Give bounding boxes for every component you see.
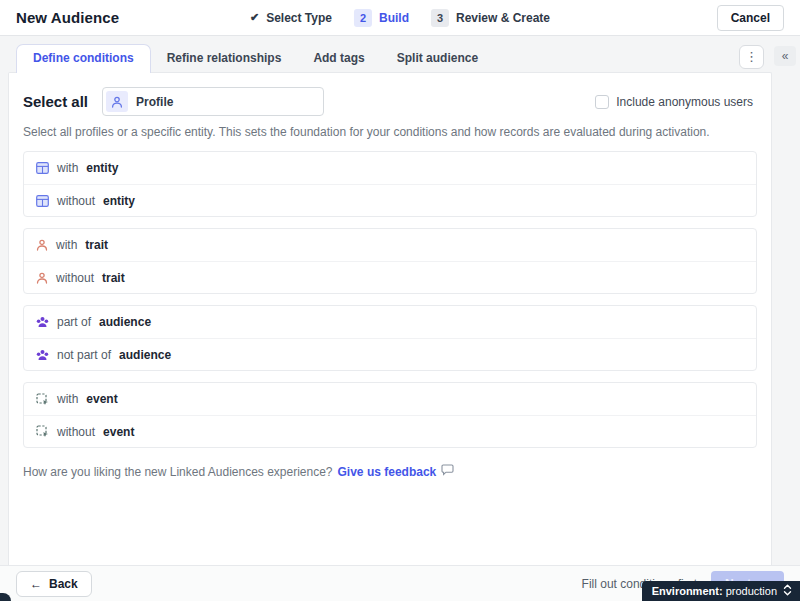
condition-with-entity[interactable]: with entity [24, 152, 756, 184]
condition-term: trait [102, 271, 125, 285]
trait-condition-group: with trait without trait [23, 228, 757, 294]
tab-refine-relationships[interactable]: Refine relationships [151, 45, 298, 72]
step-build[interactable]: 2 Build [354, 9, 409, 27]
back-button[interactable]: ← Back [16, 571, 92, 597]
step-label: Review & Create [456, 11, 550, 25]
condition-without-entity[interactable]: without entity [24, 184, 756, 216]
step-number-badge: 3 [431, 9, 449, 27]
builder-tabs: Define conditions Refine relationships A… [8, 46, 772, 72]
back-button-label: Back [49, 577, 78, 591]
include-anonymous-label: Include anonymous users [616, 95, 753, 109]
event-condition-group: with event without event [23, 382, 757, 448]
environment-switcher[interactable]: Environment: production [642, 581, 800, 601]
condition-term: audience [99, 315, 151, 329]
page-header: New Audience ✔ Select Type 2 Build 3 Rev… [0, 0, 800, 36]
condition-prefix: with [57, 392, 78, 406]
select-all-label: Select all [23, 93, 88, 110]
condition-prefix: without [56, 271, 94, 285]
include-anonymous-checkbox[interactable] [595, 95, 609, 109]
audience-people-icon [36, 316, 49, 328]
condition-prefix: not part of [57, 348, 111, 362]
entity-table-icon [36, 162, 49, 174]
condition-term: entity [86, 161, 118, 175]
select-all-row: Select all Profile Include anonymous use… [17, 87, 763, 116]
step-label: Build [379, 11, 409, 25]
step-number-badge: 2 [354, 9, 372, 27]
condition-without-event[interactable]: without event [24, 415, 756, 447]
event-cursor-icon [36, 425, 49, 438]
condition-prefix: with [57, 161, 78, 175]
condition-part-of-audience[interactable]: part of audience [24, 306, 756, 338]
trait-person-icon [36, 239, 48, 251]
entity-selector-value: Profile [136, 95, 173, 109]
more-options-button[interactable]: ⋮ [739, 45, 764, 69]
tab-define-conditions[interactable]: Define conditions [16, 44, 151, 73]
condition-term: audience [119, 348, 171, 362]
select-all-description: Select all profiles or a specific entity… [23, 125, 763, 139]
trait-person-icon [36, 272, 48, 284]
condition-term: entity [103, 194, 135, 208]
feedback-text: How are you liking the new Linked Audien… [23, 465, 333, 479]
collapse-panel-button[interactable]: « [774, 46, 796, 66]
page-title: New Audience [16, 9, 119, 26]
environment-label: Environment: [652, 585, 723, 597]
condition-with-event[interactable]: with event [24, 383, 756, 415]
condition-not-part-of-audience[interactable]: not part of audience [24, 338, 756, 370]
condition-prefix: without [57, 194, 95, 208]
condition-groups: with entity without entity with [23, 151, 757, 448]
step-review-create[interactable]: 3 Review & Create [431, 9, 550, 27]
condition-with-trait[interactable]: with trait [24, 229, 756, 261]
tab-split-audience[interactable]: Split audience [381, 45, 494, 72]
conditions-card: Select all Profile Include anonymous use… [8, 72, 772, 565]
wizard-stepper: ✔ Select Type 2 Build 3 Review & Create [250, 0, 550, 35]
speech-bubble-icon [441, 464, 454, 479]
entity-table-icon [36, 195, 49, 207]
chevron-up-down-icon [783, 584, 792, 598]
event-cursor-icon [36, 393, 49, 406]
condition-without-trait[interactable]: without trait [24, 261, 756, 293]
audience-condition-group: part of audience not part of audience [23, 305, 757, 371]
cancel-button[interactable]: Cancel [717, 5, 784, 31]
condition-term: trait [85, 238, 108, 252]
profile-person-icon [106, 91, 128, 112]
double-chevron-left-icon: « [782, 49, 789, 63]
condition-term: event [103, 425, 134, 439]
step-label: Select Type [266, 11, 332, 25]
check-icon: ✔ [250, 11, 259, 24]
step-select-type[interactable]: ✔ Select Type [250, 11, 332, 25]
environment-value: production [726, 585, 777, 597]
condition-prefix: with [56, 238, 77, 252]
audience-people-icon [36, 349, 49, 361]
entity-condition-group: with entity without entity [23, 151, 757, 217]
include-anonymous-row: Include anonymous users [595, 95, 753, 109]
condition-prefix: part of [57, 315, 91, 329]
condition-prefix: without [57, 425, 95, 439]
feedback-row: How are you liking the new Linked Audien… [23, 464, 763, 479]
main-area: « Define conditions Refine relationships… [0, 36, 800, 565]
arrow-left-icon: ← [30, 577, 42, 591]
entity-type-selector[interactable]: Profile [102, 87, 324, 116]
tab-add-tags[interactable]: Add tags [297, 45, 380, 72]
kebab-menu-icon: ⋮ [745, 49, 758, 64]
condition-term: event [86, 392, 117, 406]
feedback-link[interactable]: Give us feedback [338, 465, 437, 479]
